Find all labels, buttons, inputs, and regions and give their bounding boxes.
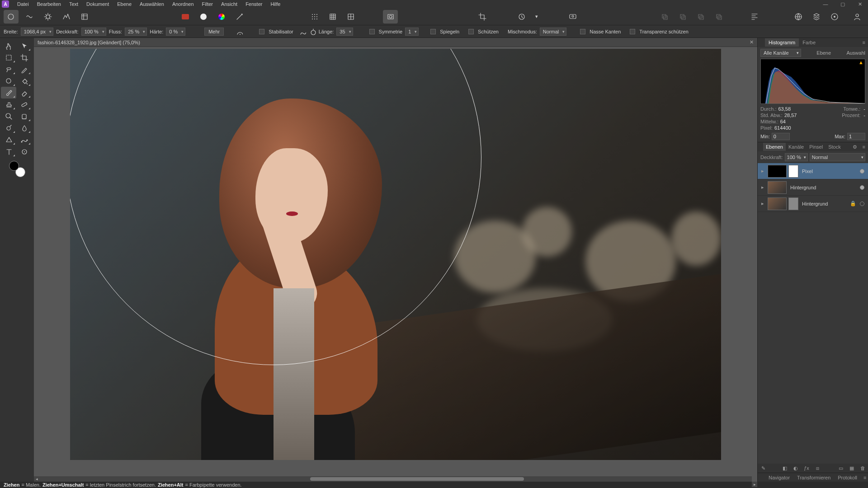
histogram-layer-link[interactable]: Ebene [816,50,831,56]
color-picker-tool[interactable] [16,145,32,157]
live-filter-button[interactable]: ⧇ [814,465,821,471]
toggle-ui-button[interactable] [565,10,580,23]
layer-visibility-toggle[interactable] [860,185,864,190]
force-pressure-button[interactable] [236,28,243,35]
erase-tool[interactable] [16,87,32,99]
menu-edit[interactable]: Bearbeiten [37,1,61,7]
addon-button-2[interactable] [809,10,824,23]
layer-mask-thumbnail[interactable] [788,165,798,178]
layer-row[interactable]: ▸ Hintergrund [758,179,868,196]
smudge-tool[interactable] [16,122,32,134]
menu-file[interactable]: Datei [17,1,29,7]
foreground-color-swatch[interactable] [9,161,19,171]
menu-select[interactable]: Auswählen [140,1,164,7]
tonemap-persona-button[interactable] [59,10,74,23]
layer-expand-icon[interactable]: ▸ [760,201,766,206]
add-layer-button[interactable]: ▦ [848,465,855,471]
selection-brush-tool[interactable] [1,75,16,87]
photo-persona-button[interactable] [4,10,19,23]
tab-channels[interactable]: Kanäle [786,143,807,151]
addon-button-1[interactable] [791,10,806,23]
mirror-checkbox[interactable] [430,29,436,34]
layer-row[interactable]: ▸ Pixel [758,163,868,179]
tab-histogram[interactable]: Histogramm [765,38,799,47]
fx-layer-button[interactable]: ƒx [803,465,810,471]
horizontal-scrollbar[interactable] [39,476,752,482]
document-tab[interactable]: fashion-6146328_1920.jpg [Geändert] (75,… [34,38,757,47]
flow-field[interactable]: 25 % [125,28,147,36]
layer-name[interactable]: Hintergrund [800,201,848,206]
menu-arrange[interactable]: Anordnen [172,1,194,7]
arrange-back-button[interactable] [657,10,672,23]
dodge-tool[interactable] [1,122,16,134]
image-canvas[interactable] [70,49,721,460]
arrange-front-button[interactable] [711,10,726,23]
width-field[interactable]: 1068,4 px [21,28,53,36]
stabilizer-mode-2[interactable] [309,28,316,35]
arrange-forward-button[interactable] [693,10,708,23]
transparency-checkbox[interactable] [630,29,635,34]
text-tool[interactable] [1,145,16,157]
document-tab-close[interactable]: ✕ [750,39,754,45]
paint-brush-tool[interactable] [1,87,16,99]
layer-mask-thumbnail[interactable] [788,197,798,210]
bottom-panel-menu[interactable]: ≡ [861,475,868,480]
layer-visibility-toggle[interactable] [860,169,864,174]
move-tool[interactable] [16,40,32,52]
menu-text[interactable]: Text [69,1,78,7]
crop-button[interactable] [475,10,490,23]
shape-tool[interactable] [1,134,16,145]
autocolor-button[interactable] [232,10,247,23]
tab-navigator[interactable]: Navigator [765,474,793,482]
length-field[interactable]: 35 [336,28,353,36]
tab-history[interactable]: Protokoll [834,474,861,482]
panel-menu-button[interactable]: ≡ [860,40,868,45]
account-button[interactable] [849,10,864,23]
selection-tool[interactable] [1,52,16,63]
grid-large-button[interactable] [343,10,359,23]
color-swatch-red[interactable] [178,10,193,23]
layer-thumbnail[interactable] [768,181,787,194]
wet-checkbox[interactable] [580,29,585,34]
layer-row[interactable]: ▸ Hintergrund 🔒 [758,196,868,212]
color-swatch-rainbow[interactable] [214,10,229,23]
layer-lock-icon[interactable]: 🔒 [850,201,856,206]
clone-tool[interactable] [1,99,16,110]
symmetry-field[interactable]: 1 [405,28,419,36]
more-button[interactable]: Mehr [204,28,224,36]
pen-tool[interactable] [16,63,32,75]
histogram-selection-link[interactable]: Auswahl [846,50,865,56]
align-button[interactable] [747,10,762,23]
liquify-persona-button[interactable] [22,10,37,23]
min-field[interactable] [772,133,790,140]
sponge-tool[interactable] [16,110,32,122]
grid-small-button[interactable] [325,10,340,23]
tab-stock[interactable]: Stock [826,143,844,151]
layers-menu-button[interactable]: ≡ [860,144,868,150]
layer-expand-icon[interactable]: ▸ [760,168,766,174]
arrange-backward-button[interactable] [675,10,690,23]
tab-color[interactable]: Farbe [799,38,819,47]
node-tool[interactable] [16,134,32,145]
view-tool[interactable] [1,40,16,52]
scrollbar-thumb[interactable] [310,477,524,481]
layer-opacity-field[interactable]: 100 % [785,153,808,161]
channel-dropdown[interactable]: Alle Kanäle [760,49,801,57]
quick-mask-button[interactable] [383,10,398,23]
stabilizer-checkbox[interactable] [259,29,264,34]
opacity-field[interactable]: 100 % [81,28,106,36]
zoom-tool[interactable] [1,110,16,122]
addon-button-3[interactable] [827,10,842,23]
tab-layers[interactable]: Ebenen [763,143,786,151]
lasso-tool[interactable] [1,63,16,75]
layer-expand-icon[interactable]: ▸ [760,184,766,190]
heal-tool[interactable] [16,99,32,110]
menu-view[interactable]: Ansicht [221,1,237,7]
layer-edit-button[interactable]: ✎ [760,465,767,471]
menu-document[interactable]: Dokument [86,1,109,7]
adjustment-layer-button[interactable]: ◐ [792,465,799,471]
layer-thumbnail[interactable] [768,165,787,178]
maximize-button[interactable]: ▢ [836,1,849,7]
layer-name[interactable]: Hintergrund [788,185,858,190]
scroll-right-button[interactable]: ▸ [752,482,757,487]
